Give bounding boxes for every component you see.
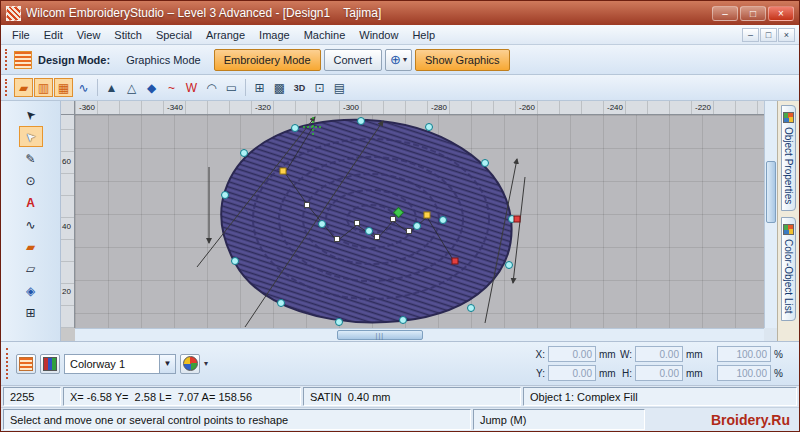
- ruler-label: -280: [431, 103, 447, 112]
- colorway-selected-value: Colorway 1: [65, 358, 159, 370]
- ruler-label: -360: [79, 103, 95, 112]
- size-label: H:: [620, 368, 632, 379]
- embroidery-design[interactable]: [187, 115, 531, 328]
- status-bar: 2255 X= -6.58 Y= 2.58 L= 7.07 A= 158.56 …: [1, 385, 799, 407]
- close-button[interactable]: ×: [768, 6, 794, 21]
- curved-fill-icon[interactable]: ◠: [202, 78, 221, 97]
- horizontal-ruler: -360-340-320-300-280-260-240-220: [75, 101, 764, 115]
- travel-mode: Jump (M): [473, 409, 645, 430]
- menu-item[interactable]: Special: [149, 27, 199, 43]
- satin-stitch-icon[interactable]: ▰: [14, 78, 33, 97]
- menu-item[interactable]: Window: [352, 27, 405, 43]
- reshape-tool[interactable]: ➤: [19, 126, 43, 147]
- stitch-toolbar: ▰▥▦∿▲△◆~W◠▭⊞▩3D⊡▤: [1, 75, 799, 101]
- tab-object-properties[interactable]: Object Properties: [781, 105, 796, 211]
- run-tool[interactable]: ∿: [19, 214, 43, 235]
- horizontal-scrollbar[interactable]: |||: [75, 328, 764, 341]
- color-wheel-button[interactable]: [180, 354, 200, 374]
- gradient-fill-icon[interactable]: △: [122, 78, 141, 97]
- menu-item[interactable]: Arrange: [199, 27, 252, 43]
- toolbar-grip[interactable]: [6, 348, 10, 378]
- colorway-editor-button[interactable]: [16, 354, 36, 374]
- show-graphics-button[interactable]: Show Graphics: [415, 49, 510, 71]
- horizontal-scrollbar-thumb[interactable]: |||: [337, 330, 423, 340]
- tab-color-object-list[interactable]: Color-Object List: [781, 217, 796, 320]
- coord-label: Y:: [533, 368, 545, 379]
- design-mode-label: Design Mode:: [38, 54, 110, 66]
- thread-colors-button[interactable]: [40, 354, 60, 374]
- fill-tool[interactable]: ▰: [19, 236, 43, 257]
- ruler-label: 40: [62, 222, 71, 231]
- minimize-button[interactable]: –: [712, 6, 738, 21]
- palette-icon: [43, 357, 57, 371]
- menu-item[interactable]: Stitch: [107, 27, 149, 43]
- chevron-down-icon[interactable]: ▼: [159, 355, 175, 373]
- mdi-window-button[interactable]: □: [760, 28, 777, 42]
- graphics-mode-button[interactable]: Graphics Mode: [116, 49, 211, 71]
- ruler-label: -300: [343, 103, 359, 112]
- unit-label: mm: [686, 368, 704, 379]
- pointer-position: X= -6.58 Y= 2.58 L= 7.07 A= 158.56: [63, 387, 301, 406]
- menu-item[interactable]: Help: [405, 27, 442, 43]
- scale-input[interactable]: 100.00: [717, 346, 771, 362]
- vertical-scrollbar[interactable]: [764, 101, 777, 328]
- embroidery-mode-button[interactable]: Embroidery Mode: [214, 49, 321, 71]
- panel-tab-label: Object Properties: [783, 127, 794, 204]
- stitch-count: 2255: [3, 387, 61, 406]
- outline-view-icon[interactable]: ⊡: [310, 78, 329, 97]
- menu-bar: FileEditViewStitchSpecialArrangeImageMac…: [1, 25, 799, 45]
- percent-label: %: [774, 349, 792, 360]
- motif-fill-icon[interactable]: ◆: [142, 78, 161, 97]
- grid-icon[interactable]: ⊞: [250, 78, 269, 97]
- size-input[interactable]: 0.00: [635, 346, 683, 362]
- design-canvas[interactable]: [75, 115, 764, 328]
- toolbar-grip[interactable]: [5, 49, 9, 69]
- toolbar-grip[interactable]: [5, 79, 9, 97]
- run-stitch-icon[interactable]: ∿: [74, 78, 93, 97]
- window-controls: – □ ×: [712, 6, 794, 21]
- density-view-icon[interactable]: ▤: [330, 78, 349, 97]
- transform-row: X: 0.00 mm W: 0.00 mm 100.00 %: [533, 346, 792, 362]
- florentine-effect-icon[interactable]: W: [182, 78, 201, 97]
- select-tool[interactable]: ➤: [19, 104, 43, 125]
- ruler-label: -240: [607, 103, 623, 112]
- toolbar-separator[interactable]: [97, 79, 98, 96]
- chevron-down-icon: ▾: [403, 55, 407, 64]
- fill-stitch-icon[interactable]: ▦: [54, 78, 73, 97]
- ruler-label: 20: [62, 287, 71, 296]
- fusion-fill-icon[interactable]: ▲: [102, 78, 121, 97]
- maximize-button[interactable]: □: [740, 6, 766, 21]
- zoom-tool[interactable]: ⊙: [19, 170, 43, 191]
- tatami-stitch-icon[interactable]: ▥: [34, 78, 53, 97]
- border-icon[interactable]: ▭: [222, 78, 241, 97]
- menu-item[interactable]: Machine: [297, 27, 353, 43]
- menu-item[interactable]: File: [5, 27, 37, 43]
- hoop-globe-button[interactable]: ⊕ ▾: [385, 49, 412, 71]
- vertical-scrollbar-thumb[interactable]: [766, 161, 776, 223]
- size-input[interactable]: 0.00: [635, 365, 683, 381]
- toolbar-separator[interactable]: [245, 79, 246, 96]
- applique-tool[interactable]: ◈: [19, 280, 43, 301]
- wave-effect-icon[interactable]: ~: [162, 78, 181, 97]
- unit-label: mm: [686, 349, 704, 360]
- app-icon: [6, 6, 21, 21]
- chevron-down-icon[interactable]: ▾: [204, 359, 208, 368]
- coord-input[interactable]: 0.00: [548, 365, 596, 381]
- scale-input[interactable]: 100.00: [717, 365, 771, 381]
- canvas-area: -360-340-320-300-280-260-240-220 604020: [61, 101, 777, 341]
- menu-item[interactable]: View: [70, 27, 108, 43]
- menu-item[interactable]: Edit: [37, 27, 70, 43]
- 3d-effect-icon[interactable]: 3D: [290, 78, 309, 97]
- menu-item[interactable]: Image: [252, 27, 297, 43]
- texture-icon[interactable]: ▩: [270, 78, 289, 97]
- mdi-window-button[interactable]: ×: [778, 28, 795, 42]
- outline-tool[interactable]: ▱: [19, 258, 43, 279]
- colorway-select[interactable]: Colorway 1 ▼: [64, 354, 176, 374]
- mirror-merge-tool[interactable]: ⊞: [19, 302, 43, 323]
- coord-input[interactable]: 0.00: [548, 346, 596, 362]
- convert-button[interactable]: Convert: [324, 49, 383, 71]
- digitize-tool[interactable]: ✎: [19, 148, 43, 169]
- lettering-tool[interactable]: A: [19, 192, 43, 213]
- panel-icon: [783, 112, 794, 123]
- mdi-window-button[interactable]: –: [742, 28, 759, 42]
